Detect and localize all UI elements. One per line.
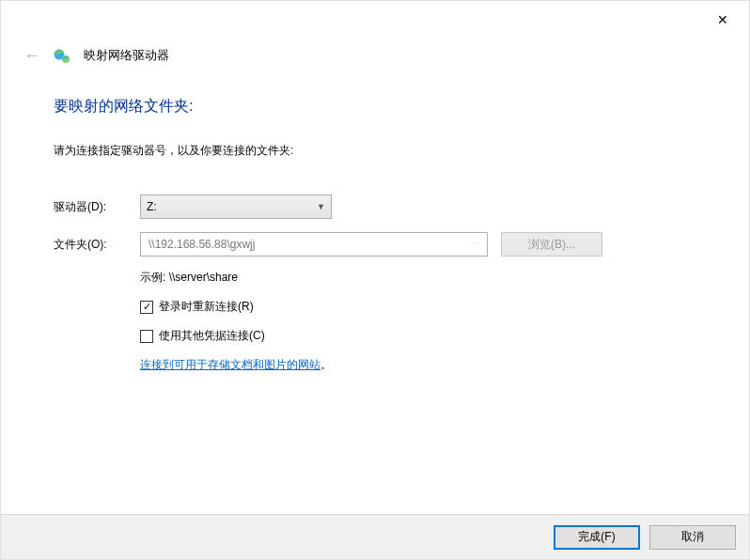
- folder-input[interactable]: [140, 232, 488, 257]
- credentials-checkbox[interactable]: [140, 330, 153, 343]
- wizard-title: 映射网络驱动器: [84, 48, 169, 64]
- drive-select[interactable]: Z: ▼: [140, 194, 332, 219]
- browse-button: 浏览(B)...: [501, 232, 602, 257]
- drive-value: Z:: [147, 200, 157, 213]
- drive-label: 驱动器(D):: [54, 199, 140, 215]
- back-arrow-icon: ←: [23, 46, 40, 66]
- finish-button[interactable]: 完成(F): [554, 525, 640, 550]
- credentials-label: 使用其他凭据连接(C): [159, 328, 265, 344]
- close-button[interactable]: ✕: [708, 8, 738, 31]
- network-drive-icon: [54, 48, 70, 65]
- wizard-header: ← 映射网络驱动器: [23, 46, 169, 66]
- folder-row: 文件夹(O): ﹀ 浏览(B)...: [54, 232, 711, 257]
- storage-link-row: 连接到可用于存储文档和图片的网站。: [140, 357, 711, 373]
- cancel-button[interactable]: 取消: [649, 525, 736, 550]
- storage-website-link[interactable]: 连接到可用于存储文档和图片的网站: [140, 358, 320, 371]
- button-bar: 完成(F) 取消: [1, 514, 749, 559]
- close-icon: ✕: [717, 12, 728, 27]
- credentials-checkbox-row: 使用其他凭据连接(C): [140, 328, 711, 344]
- description-text: 请为连接指定驱动器号，以及你要连接的文件夹:: [54, 143, 711, 159]
- page-heading: 要映射的网络文件夹:: [54, 97, 711, 117]
- folder-label: 文件夹(O):: [54, 237, 140, 253]
- reconnect-checkbox[interactable]: ✓: [140, 301, 153, 314]
- example-text: 示例: \\server\share: [140, 270, 711, 286]
- reconnect-checkbox-row: ✓ 登录时重新连接(R): [140, 299, 711, 315]
- link-suffix: 。: [320, 358, 332, 371]
- chevron-down-icon: ▼: [317, 202, 325, 211]
- reconnect-label: 登录时重新连接(R): [159, 299, 254, 315]
- drive-row: 驱动器(D): Z: ▼: [54, 194, 711, 219]
- content-area: 要映射的网络文件夹: 请为连接指定驱动器号，以及你要连接的文件夹: 驱动器(D)…: [54, 97, 711, 373]
